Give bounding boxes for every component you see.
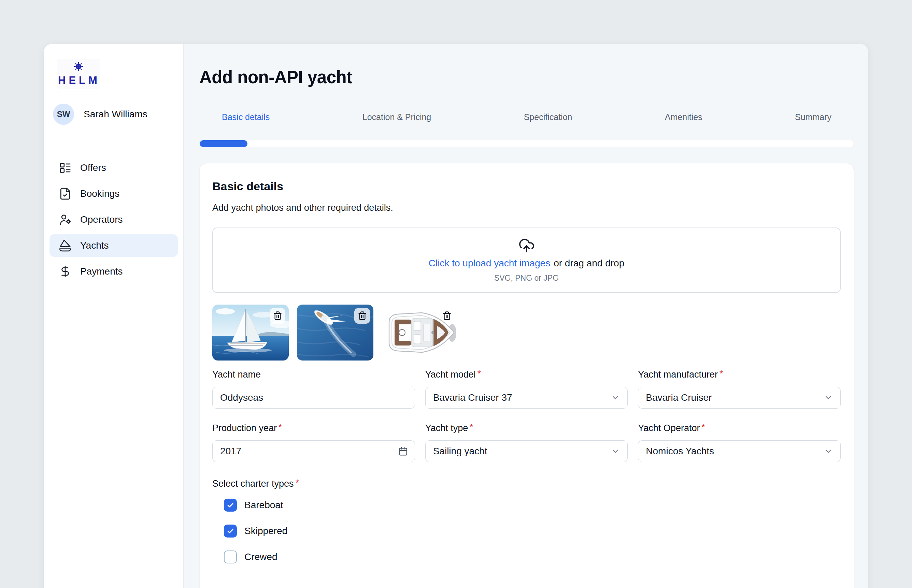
yacht-name-input[interactable] (212, 387, 415, 409)
dollar-icon (59, 265, 72, 278)
required-mark: * (470, 422, 473, 432)
yacht-manufacturer-select[interactable]: Bavaria Cruiser (638, 387, 841, 409)
trash-icon (273, 311, 282, 320)
page-title: Add non-API yacht (199, 68, 854, 88)
required-mark: * (719, 368, 723, 379)
required-mark: * (279, 422, 282, 432)
selected-value: Sailing yacht (433, 446, 488, 457)
field-label: Yacht model* (425, 369, 628, 380)
field-label: Yacht manufacturer* (638, 369, 841, 380)
field-label: Yacht Operator* (638, 423, 841, 433)
sidebar-item-label: Yachts (80, 240, 109, 251)
yacht-floor-plan (382, 305, 458, 360)
avatar: SW (53, 104, 74, 125)
file-check-icon (59, 187, 72, 200)
sidebar-item-payments[interactable]: Payments (50, 260, 178, 283)
sailboat-icon (59, 239, 72, 252)
bareboat-checkbox[interactable] (224, 499, 237, 512)
field-label: Production year* (212, 423, 415, 433)
sidebar-item-label: Offers (80, 162, 106, 173)
tab-summary[interactable]: Summary (795, 112, 831, 122)
check-icon (226, 527, 235, 535)
field-yacht-name: Yacht name* (212, 369, 415, 409)
tab-specification[interactable]: Specification (524, 112, 572, 122)
delete-image-button[interactable] (354, 308, 370, 324)
charter-option-label: Crewed (245, 551, 277, 562)
charter-option-skippered[interactable]: Skippered (224, 525, 841, 538)
yacht-type-select[interactable]: Sailing yacht (425, 440, 628, 462)
chevron-down-icon (611, 447, 620, 456)
sidebar-item-yachts[interactable]: Yachts (50, 234, 178, 257)
delete-image-button[interactable] (270, 308, 285, 324)
field-label: Yacht name* (212, 369, 415, 380)
crewed-checkbox[interactable] (224, 551, 237, 564)
field-yacht-manufacturer: Yacht manufacturer* Bavaria Cruiser (638, 369, 841, 409)
sidebar-nav: Offers Bookings Operators (44, 142, 183, 283)
charter-option-crewed[interactable]: Crewed (224, 551, 841, 564)
chevron-down-icon (824, 447, 833, 456)
section-subheading: Add yacht photos and other required deta… (212, 203, 841, 213)
charter-option-label: Bareboat (245, 500, 283, 510)
tab-basic-details[interactable]: Basic details (222, 112, 270, 122)
sidebar-item-label: Operators (80, 214, 123, 225)
field-production-year: Production year* (212, 423, 415, 462)
progress-fill (200, 140, 248, 147)
sidebar-item-offers[interactable]: Offers (50, 157, 178, 179)
yacht-model-select[interactable]: Bavaria Cruiser 37 (425, 387, 628, 409)
sidebar-item-operators[interactable]: Operators (50, 208, 178, 231)
sidebar: HELM SW Sarah Williams Offers (44, 44, 184, 588)
upload-hint: SVG, PNG or JPG (494, 273, 559, 283)
yacht-operator-select[interactable]: Nomicos Yachts (638, 440, 841, 462)
page-background: { "colors": { "accent_blue": "#2d68e8", … (0, 0, 912, 588)
user-profile[interactable]: SW Sarah Williams (53, 104, 183, 125)
main-content: Add non-API yacht Basic details Location… (184, 44, 868, 588)
field-yacht-type: Yacht type* Sailing yacht (425, 423, 628, 462)
uploaded-images (212, 305, 841, 360)
required-mark: * (478, 368, 481, 379)
field-yacht-model: Yacht model* Bavaria Cruiser 37 (425, 369, 628, 409)
cloud-upload-icon (518, 237, 535, 254)
charter-option-bareboat[interactable]: Bareboat (224, 499, 841, 512)
trash-icon (358, 311, 367, 320)
upload-dropzone[interactable]: Click to upload yacht images or drag and… (212, 228, 841, 293)
user-name: Sarah Williams (84, 109, 147, 120)
calendar-icon[interactable] (398, 446, 408, 456)
yacht-photo-side (212, 305, 289, 360)
sidebar-item-label: Payments (80, 266, 123, 277)
tab-amenities[interactable]: Amenities (665, 112, 702, 122)
field-yacht-operator: Yacht Operator* Nomicos Yachts (638, 423, 841, 462)
ship-wheel-icon (73, 61, 84, 72)
selected-value: Bavaria Cruiser (646, 392, 712, 403)
selected-value: Bavaria Cruiser 37 (433, 392, 512, 403)
required-mark: * (296, 478, 299, 488)
production-year-input[interactable] (212, 440, 415, 462)
logo-text: HELM (58, 74, 99, 87)
chevron-down-icon (824, 393, 833, 402)
yacht-photo-aerial (297, 305, 373, 360)
skippered-checkbox[interactable] (224, 525, 237, 538)
progress-bar (199, 140, 854, 147)
wizard-tabs: Basic details Location & Pricing Specifi… (199, 112, 854, 122)
charter-types-label: Select charter types* (212, 478, 841, 489)
app-window: HELM SW Sarah Williams Offers (44, 44, 868, 588)
app-logo: HELM (57, 59, 100, 89)
charter-types-group: Select charter types* Bareboat Skippered (212, 478, 841, 564)
production-year-field (212, 440, 415, 462)
upload-drag-text: or drag and drop (554, 258, 624, 269)
sidebar-item-bookings[interactable]: Bookings (50, 183, 178, 205)
delete-image-button[interactable] (439, 308, 455, 324)
layout-list-icon (59, 162, 72, 174)
user-gear-icon (59, 213, 72, 226)
basic-details-card: Basic details Add yacht photos and other… (199, 163, 854, 588)
charter-option-label: Skippered (245, 526, 287, 536)
upload-link[interactable]: Click to upload yacht images (429, 258, 550, 269)
trash-icon (442, 311, 452, 320)
required-mark: * (701, 422, 705, 432)
field-label: Yacht type* (425, 423, 628, 433)
selected-value: Nomicos Yachts (646, 446, 714, 457)
tab-location-pricing[interactable]: Location & Pricing (363, 112, 431, 122)
sidebar-item-label: Bookings (80, 188, 120, 199)
yacht-fields: Yacht name* Yacht model* Bavaria Cruiser… (212, 369, 841, 462)
upload-instruction: Click to upload yacht images or drag and… (429, 258, 624, 269)
section-heading: Basic details (212, 180, 841, 193)
